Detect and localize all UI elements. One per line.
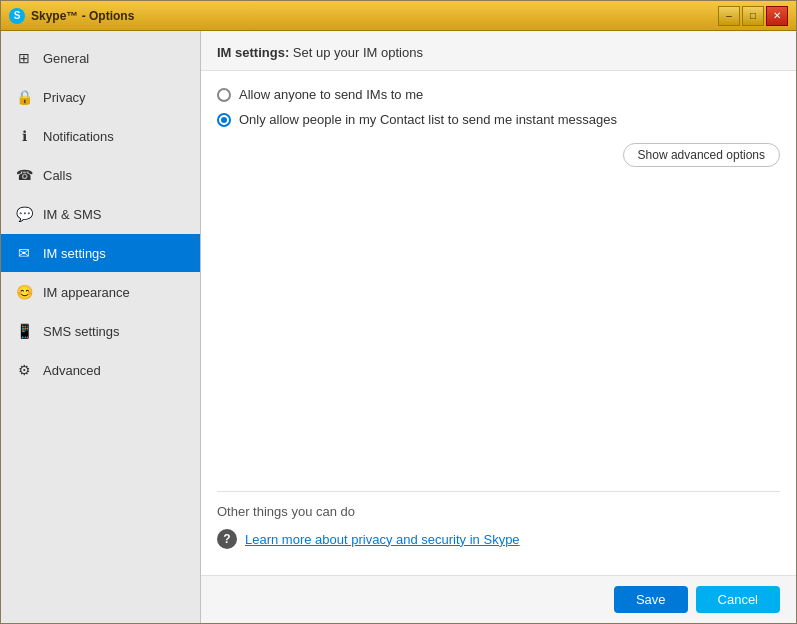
window-title: Skype™ - Options <box>31 9 134 23</box>
radio-circle-2 <box>217 113 231 127</box>
sidebar-label-advanced: Advanced <box>43 363 101 378</box>
radio-option1[interactable]: Allow anyone to send IMs to me <box>217 87 780 102</box>
content-area: ⊞ General 🔒 Privacy ℹ Notifications ☎ Ca… <box>1 31 796 623</box>
privacy-icon: 🔒 <box>15 88 33 106</box>
sidebar-item-privacy[interactable]: 🔒 Privacy <box>1 78 200 116</box>
divider <box>217 491 780 492</box>
cancel-button[interactable]: Cancel <box>696 586 780 613</box>
radio-option2[interactable]: Only allow people in my Contact list to … <box>217 112 780 127</box>
advanced-icon: ⚙ <box>15 361 33 379</box>
sidebar-label-im-appearance: IM appearance <box>43 285 130 300</box>
close-button[interactable]: ✕ <box>766 6 788 26</box>
main-header: IM settings: Set up your IM options <box>201 31 796 71</box>
help-link-text: Learn more about privacy and security in… <box>245 532 520 547</box>
sidebar-label-im-settings: IM settings <box>43 246 106 261</box>
main-panel: IM settings: Set up your IM options Allo… <box>201 31 796 623</box>
title-bar-buttons: – □ ✕ <box>718 6 788 26</box>
main-body: Allow anyone to send IMs to me Only allo… <box>201 71 796 575</box>
sidebar-item-calls[interactable]: ☎ Calls <box>1 156 200 194</box>
sidebar-item-advanced[interactable]: ⚙ Advanced <box>1 351 200 389</box>
sidebar-item-sms-settings[interactable]: 📱 SMS settings <box>1 312 200 350</box>
minimize-button[interactable]: – <box>718 6 740 26</box>
maximize-button[interactable]: □ <box>742 6 764 26</box>
sidebar-item-im-appearance[interactable]: 😊 IM appearance <box>1 273 200 311</box>
sidebar-item-im-sms[interactable]: 💬 IM & SMS <box>1 195 200 233</box>
radio-dot-2 <box>221 117 227 123</box>
advanced-row: Show advanced options <box>217 143 780 183</box>
general-icon: ⊞ <box>15 49 33 67</box>
show-advanced-button[interactable]: Show advanced options <box>623 143 780 167</box>
sidebar-item-general[interactable]: ⊞ General <box>1 39 200 77</box>
app-window: S Skype™ - Options – □ ✕ ⊞ General 🔒 Pri… <box>0 0 797 624</box>
radio-group: Allow anyone to send IMs to me Only allo… <box>217 87 780 127</box>
im-settings-icon: ✉ <box>15 244 33 262</box>
sidebar-label-notifications: Notifications <box>43 129 114 144</box>
title-bar: S Skype™ - Options – □ ✕ <box>1 1 796 31</box>
sidebar-label-im-sms: IM & SMS <box>43 207 102 222</box>
skype-icon: S <box>9 8 25 24</box>
notifications-icon: ℹ <box>15 127 33 145</box>
footer: Save Cancel <box>201 575 796 623</box>
spacer <box>217 191 780 491</box>
main-header-text: IM settings: Set up your IM options <box>217 45 423 60</box>
radio-label-1: Allow anyone to send IMs to me <box>239 87 423 102</box>
calls-icon: ☎ <box>15 166 33 184</box>
save-button[interactable]: Save <box>614 586 688 613</box>
im-appearance-icon: 😊 <box>15 283 33 301</box>
help-link[interactable]: ? Learn more about privacy and security … <box>217 529 780 549</box>
help-icon: ? <box>217 529 237 549</box>
other-things-section: Other things you can do ? Learn more abo… <box>217 504 780 549</box>
sidebar: ⊞ General 🔒 Privacy ℹ Notifications ☎ Ca… <box>1 31 201 623</box>
sidebar-label-sms-settings: SMS settings <box>43 324 120 339</box>
main-header-subtext: Set up your IM options <box>289 45 423 60</box>
sidebar-item-im-settings[interactable]: ✉ IM settings <box>1 234 200 272</box>
sidebar-label-privacy: Privacy <box>43 90 86 105</box>
title-bar-left: S Skype™ - Options <box>9 8 134 24</box>
other-things-title: Other things you can do <box>217 504 780 519</box>
radio-circle-1 <box>217 88 231 102</box>
sidebar-label-calls: Calls <box>43 168 72 183</box>
main-header-bold: IM settings: <box>217 45 289 60</box>
sidebar-label-general: General <box>43 51 89 66</box>
im-sms-icon: 💬 <box>15 205 33 223</box>
sidebar-item-notifications[interactable]: ℹ Notifications <box>1 117 200 155</box>
sms-settings-icon: 📱 <box>15 322 33 340</box>
radio-label-2: Only allow people in my Contact list to … <box>239 112 617 127</box>
